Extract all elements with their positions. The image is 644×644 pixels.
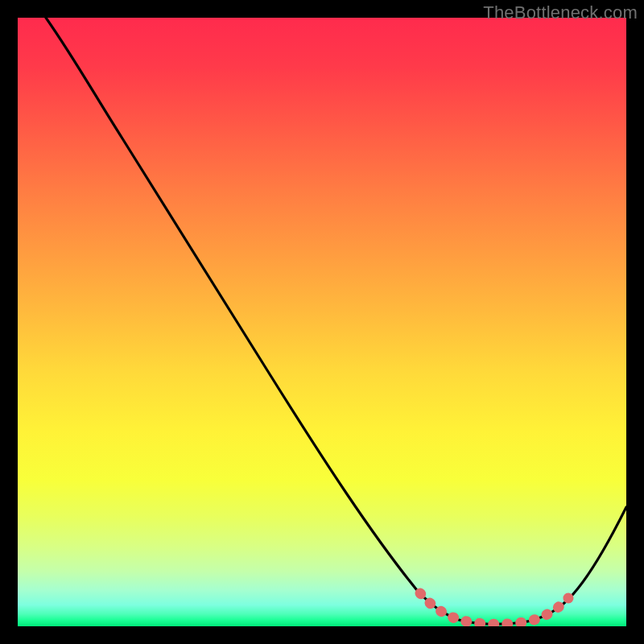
bottleneck-curve [18,18,626,626]
chart-frame: TheBottleneck.com [0,0,644,644]
plot-area [18,18,626,626]
optimal-range-highlight [420,593,568,624]
curve-path [46,18,626,624]
watermark-text: TheBottleneck.com [483,2,638,23]
